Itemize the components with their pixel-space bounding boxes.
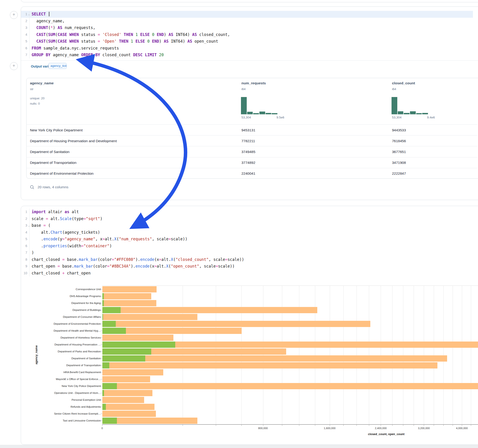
python-line[interactable]: 8chart_closed = base.mark_bar(color="#FF… (21, 256, 473, 263)
sql-line[interactable]: 6FROM sample_data.nyc.service_requests (21, 45, 473, 52)
python-line[interactable]: 9chart_open = base.mark_bar(color="#8BC3… (21, 263, 473, 270)
cell-closed_count: 3471908 (392, 161, 406, 165)
cell-num_requests: 7782211 (241, 139, 255, 143)
search-icon[interactable] (30, 185, 34, 189)
code-text: base = ( (29, 222, 473, 229)
line-number: 6 (21, 45, 29, 52)
cell-closed_count: 3677651 (392, 150, 406, 154)
table-row[interactable]: Department of Environmental Protection22… (26, 168, 477, 179)
code-text: agency_name, (29, 18, 473, 25)
sql-line[interactable]: 4 CAST(SUM(CASE WHEN status = 'Closed' T… (21, 31, 473, 38)
histogram-bar (410, 111, 416, 114)
code-text: CAST(SUM(CASE WHEN status = 'Open' THEN … (29, 38, 473, 45)
histogram-bar (416, 113, 422, 114)
column-stat: nulls: 0 (30, 102, 40, 105)
python-line[interactable]: 7) (21, 249, 473, 256)
line-number: 1⌄ (21, 11, 29, 18)
column-header[interactable]: agency_name (30, 81, 54, 85)
cell-agency_name: New York City Police Department (30, 128, 82, 132)
previous-cell-edge (21, 0, 478, 2)
column-histogram (241, 97, 278, 114)
cell-num_requests: 9453131 (241, 128, 255, 132)
cell-agency_name: Department of Environmental Protection (30, 171, 94, 176)
output-variable-badge[interactable]: agency_tickets (48, 63, 67, 69)
histogram-bar (253, 113, 259, 114)
fold-chevron-icon[interactable]: ⌄ (28, 11, 30, 18)
sql-line[interactable]: 1⌄SELECT (21, 11, 473, 18)
histogram-bar (241, 97, 247, 114)
python-code-editor[interactable]: 1import altair as alt2scale = alt.Scale(… (21, 209, 473, 277)
histogram-max-label: 9.5e6 (277, 116, 284, 119)
python-line[interactable]: 2scale = alt.Scale(type="sqrt") (21, 216, 473, 222)
page-bottom-strip (0, 445, 478, 448)
code-text: GROUP BY agency_name ORDER BY closed_cou… (29, 52, 473, 59)
python-line[interactable]: 3⌄base = ( (21, 222, 473, 229)
sql-line[interactable]: 3 COUNT(*) AS num_requests, (21, 25, 473, 31)
code-text: COUNT(*) AS num_requests, (29, 25, 473, 31)
line-number: 3⌄ (21, 222, 29, 229)
table-row[interactable]: Department of Transportation377489234719… (26, 157, 477, 168)
column-type: str (30, 87, 33, 91)
line-number: 10 (21, 270, 29, 277)
fold-chevron-icon[interactable]: ⌄ (28, 222, 30, 229)
sql-line[interactable]: 2 agency_name, (21, 18, 473, 25)
python-line[interactable]: 4 alt.Chart(agency_tickets) (21, 229, 473, 236)
line-number: 7 (21, 249, 29, 256)
sql-line[interactable]: 7GROUP BY agency_name ORDER BY closed_co… (21, 52, 473, 59)
column-type: i64 (392, 87, 396, 91)
cell-num_requests: 2240041 (241, 171, 255, 176)
column-histogram (391, 97, 428, 114)
code-text: scale = alt.Scale(type="sqrt") (29, 216, 473, 222)
sql-code-editor[interactable]: 1⌄SELECT 2 agency_name,3 COUNT(*) AS num… (21, 11, 473, 59)
line-number: 4 (21, 31, 29, 38)
cell-agency_name: Department of Transportation (30, 161, 76, 165)
python-line[interactable]: 1import altair as alt (21, 209, 473, 216)
line-number: 7 (21, 52, 29, 59)
histogram-bar (259, 111, 265, 114)
line-number: 9 (21, 263, 29, 270)
cell-num_requests: 3749485 (241, 150, 255, 154)
line-number: 8 (21, 256, 29, 263)
histogram-min-label: 53,304 (392, 116, 402, 119)
code-text: alt.Chart(agency_tickets) (29, 229, 473, 236)
line-number: 6 (21, 243, 29, 249)
output-divider (21, 60, 478, 61)
code-text: CAST(SUM(CASE WHEN status = 'Closed' THE… (29, 31, 473, 38)
line-number: 5 (21, 236, 29, 243)
cell-agency_name: Department of Housing Preservation and D… (30, 139, 117, 143)
table-row[interactable]: New York City Police Department945313194… (26, 124, 477, 136)
histogram-bar (403, 113, 410, 114)
add-cell-button-top[interactable]: + (10, 11, 18, 19)
line-number: 4 (21, 229, 29, 236)
python-line[interactable]: 10chart_closed + chart_open (21, 270, 473, 277)
table-footer: 20 rows, 4 columns (30, 184, 69, 190)
column-header[interactable]: closed_count (392, 81, 415, 85)
histogram-min-label: 53,304 (241, 116, 251, 119)
table-row[interactable]: Department of Housing Preservation and D… (26, 135, 477, 146)
histogram-max-label: 9.4e6 (427, 116, 435, 119)
code-text: chart_closed = base.mark_bar(color="#FFC… (29, 256, 473, 263)
code-text: import altair as alt (29, 209, 473, 216)
cell-num_requests: 3774892 (241, 161, 255, 165)
line-number: 1 (21, 209, 29, 216)
code-text: .properties(width="container") (29, 243, 473, 249)
histogram-bar (422, 113, 428, 114)
python-line[interactable]: 5 .encode(y="agency_name", x=alt.X("num_… (21, 236, 473, 243)
line-number: 5 (21, 38, 29, 45)
python-line[interactable]: 6 .properties(width="container") (21, 243, 473, 249)
add-cell-button-middle[interactable]: + (10, 62, 18, 70)
code-text: chart_open = base.mark_bar(color="#8BC34… (29, 263, 473, 270)
column-header[interactable]: num_requests (241, 81, 266, 85)
sql-line[interactable]: 5 CAST(SUM(CASE WHEN status = 'Open' THE… (21, 38, 473, 45)
table-row[interactable]: Department of Sanitation37494853677651 (26, 146, 477, 157)
code-text: ) (29, 249, 473, 256)
histogram-bar (271, 113, 278, 114)
column-stat: unique: 20 (30, 97, 44, 100)
result-table: agency_namestrunique: 20nulls: 0num_requ… (26, 78, 477, 179)
code-text: chart_closed + chart_open (29, 270, 473, 277)
line-number: 2 (21, 216, 29, 222)
column-type: i64 (241, 87, 245, 91)
code-text: .encode(y="agency_name", x=alt.X("num_re… (29, 236, 473, 243)
histogram-bar (247, 112, 253, 114)
cell-agency_name: Department of Sanitation (30, 150, 69, 154)
